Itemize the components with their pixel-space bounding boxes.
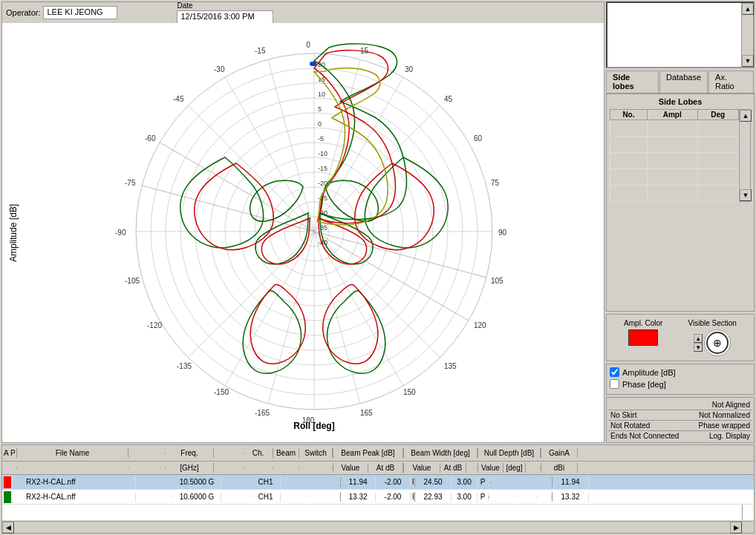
row1-ch: CH1: [251, 477, 281, 487]
svg-text:135: 135: [444, 362, 457, 370]
visible-up-btn[interactable]: ▲: [694, 334, 703, 343]
header-ap: A P: [2, 448, 17, 458]
date-label: Date: [177, 1, 192, 10]
operator-value: LEE KI JEONG: [43, 6, 117, 19]
visible-down-btn[interactable]: ▼: [694, 343, 703, 352]
svg-text:-45: -45: [173, 95, 184, 103]
tab-side-lobes[interactable]: Side lobes: [606, 70, 659, 93]
svg-text:45: 45: [444, 95, 453, 103]
y-axis-label: Amplitude [dB]: [8, 203, 19, 261]
sl-row4-deg: [697, 169, 739, 186]
header-freq: Freq.: [166, 448, 214, 458]
svg-text:-60: -60: [145, 134, 156, 142]
row1-filename: RX2-H-CAL.nff: [25, 477, 136, 487]
header2-bp-val: Value: [333, 463, 368, 473]
header-null-depth: Null Depth [dB]: [478, 448, 541, 458]
header2-spacer: [128, 467, 166, 469]
notes-box[interactable]: ▲ ▼: [606, 1, 755, 68]
row1-bp-atdb: -2.00: [376, 477, 411, 487]
header2-bw-val: Value: [403, 463, 440, 473]
row1-null-val: [489, 482, 515, 483]
header2-beam: [273, 467, 299, 469]
header2-ch: [244, 467, 273, 469]
sl-row5-deg: [697, 186, 739, 202]
amplitude-label: Amplitude [dB]: [622, 368, 676, 377]
chart-area: Amplitude [dB]: [2, 23, 604, 442]
row1-switch: [307, 482, 340, 483]
svg-text:-15: -15: [255, 47, 266, 55]
header-gain: GainA: [541, 448, 578, 458]
sl-col-no: No.: [610, 110, 648, 120]
side-lobes-panel: Side Lobes No. Ampl Deg: [606, 93, 755, 312]
h-scroll-track: [14, 522, 730, 533]
sl-row5-no: [610, 186, 648, 202]
scroll-left-btn[interactable]: ◀: [2, 522, 14, 534]
ampl-color-swatch[interactable]: [628, 329, 658, 346]
row1-color-indicator: [2, 476, 13, 488]
toolbar: Operator: LEE KI JEONG Date 12/15/2016 3…: [2, 2, 604, 23]
tab-ax-ratio[interactable]: Ax. Ratio: [708, 70, 754, 93]
sl-row4-no: [610, 169, 648, 186]
row1-bw-atdb: 3.00: [452, 477, 478, 487]
row1-bw-p: P: [478, 477, 489, 487]
svg-text:-135: -135: [177, 362, 192, 370]
header2-null-deg: [deg]: [504, 463, 526, 473]
ampl-color-label: Ampl. Color: [624, 319, 662, 327]
bottom-section: A P File Name Freq. Ch. Beam Switch Beam…: [1, 444, 755, 534]
amplitude-checkbox[interactable]: [610, 367, 619, 377]
table-row[interactable]: RX2-H-CAL.nff 10.5000 G CH1 11.94 -2.00 …: [2, 475, 754, 490]
svg-text:75: 75: [491, 179, 500, 187]
svg-text:60: 60: [474, 134, 483, 142]
header2-filename: [17, 467, 128, 469]
svg-text:30: 30: [405, 65, 414, 73]
header2-bw-atdb: At dB: [440, 463, 466, 473]
row1-beam: [281, 482, 307, 483]
crosshair-icon: ⊕: [713, 337, 722, 349]
sl-col-ampl: Ampl: [647, 110, 697, 120]
header-beam-width: Beam Width [deg]: [403, 448, 478, 458]
svg-text:150: 150: [403, 388, 416, 396]
row1-null-deg: [515, 482, 537, 483]
row2-beam: [281, 496, 307, 498]
svg-text:5: 5: [318, 105, 322, 113]
header2-ap: [2, 467, 17, 469]
row2-ch: CH1: [251, 492, 281, 502]
header-filename: File Name: [17, 448, 128, 458]
side-lobes-title: Side Lobes: [610, 97, 751, 106]
svg-text:10: 10: [318, 91, 325, 98]
bottom-scrollbar[interactable]: ◀ ▶: [2, 521, 754, 533]
svg-text:-150: -150: [214, 388, 229, 396]
polar-chart: 20 15 10 5 0 -5 -10 -15 -20 -25 -30 -35: [84, 35, 544, 428]
status-not-aligned: Not Aligned: [712, 401, 750, 409]
svg-text:-105: -105: [125, 277, 140, 285]
row2-null-p: [537, 496, 552, 498]
tab-database[interactable]: Database: [659, 70, 708, 93]
header2-gain: dBi: [541, 463, 578, 473]
header-beam-peak: Beam Peak [dB]: [333, 448, 403, 458]
sl-row2-deg: [697, 137, 739, 153]
row2-color-indicator: [2, 491, 13, 503]
row2-null-deg: [515, 496, 537, 498]
table-row[interactable]: RX2-H-CAL.nff 10.6000 G CH1 13.32 -2.00 …: [2, 490, 754, 505]
header-spacer: [128, 453, 166, 454]
status-log-display: Log. Display: [709, 432, 750, 440]
phase-checkbox[interactable]: [610, 379, 619, 389]
row2-bp-atdb: -2.00: [376, 492, 411, 502]
sl-row1-no: [610, 120, 648, 137]
sl-scroll-down[interactable]: ▼: [740, 189, 752, 201]
sl-col-deg: Deg: [697, 110, 739, 120]
row1-bw-val: 24.50: [414, 477, 452, 487]
header2-null-p: [526, 467, 541, 469]
row2-null-val: [489, 496, 515, 498]
header-ch: Ch.: [244, 448, 273, 458]
scroll-right-btn[interactable]: ▶: [730, 522, 742, 534]
scroll-down-btn[interactable]: ▼: [742, 55, 754, 67]
sl-scroll-up[interactable]: ▲: [740, 110, 752, 122]
svg-text:-15: -15: [318, 165, 328, 172]
scroll-up-btn[interactable]: ▲: [742, 3, 754, 15]
header2-bw-p: [466, 467, 478, 469]
row2-spacer: [136, 496, 173, 498]
row2-filename: RX2-H-CAL.nff: [25, 492, 136, 502]
svg-text:165: 165: [360, 409, 373, 417]
corner-spacer: [742, 522, 754, 533]
